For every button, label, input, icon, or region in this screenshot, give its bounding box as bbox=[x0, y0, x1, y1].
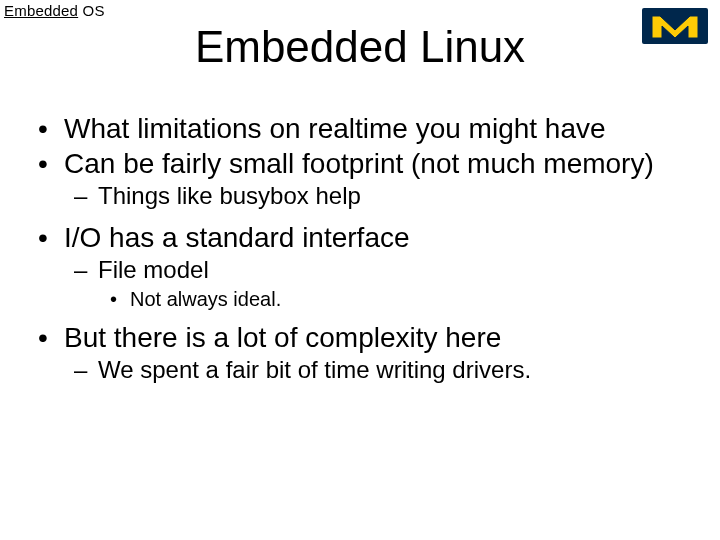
section-label: Embedded OS bbox=[4, 2, 105, 19]
bullet-lvl1: I/O has a standard interface bbox=[30, 221, 690, 254]
section-label-rest: OS bbox=[78, 2, 104, 19]
bullet-lvl2: Things like busybox help bbox=[30, 182, 690, 211]
bullet-lvl2: We spent a fair bit of time writing driv… bbox=[30, 356, 690, 385]
slide-body: What limitations on realtime you might h… bbox=[30, 110, 690, 387]
bullet-lvl1: What limitations on realtime you might h… bbox=[30, 112, 690, 145]
slide-title: Embedded Linux bbox=[0, 22, 720, 72]
section-label-underlined: Embedded bbox=[4, 2, 78, 19]
slide: Embedded OS Embedded Linux What limitati… bbox=[0, 0, 720, 540]
bullet-lvl2: File model bbox=[30, 256, 690, 285]
bullet-lvl3: Not always ideal. bbox=[30, 287, 690, 311]
bullet-lvl1: Can be fairly small footprint (not much … bbox=[30, 147, 690, 180]
bullet-lvl1: But there is a lot of complexity here bbox=[30, 321, 690, 354]
